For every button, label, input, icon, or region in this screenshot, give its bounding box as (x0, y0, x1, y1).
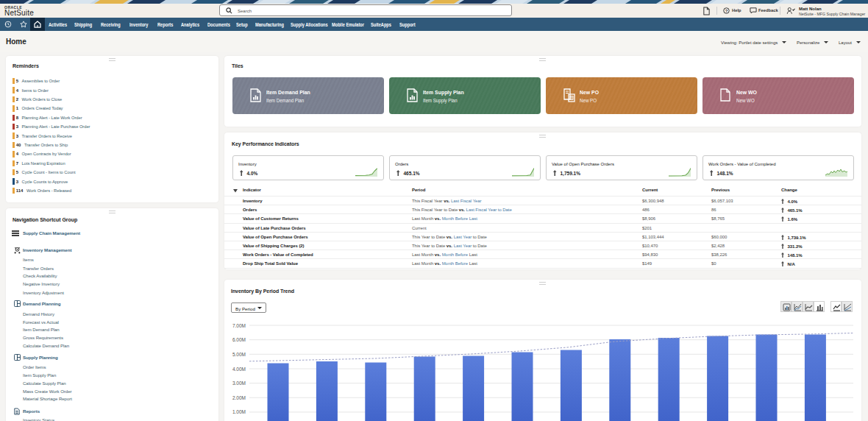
svg-text:?: ? (725, 9, 728, 13)
svg-text:4.00M: 4.00M (232, 367, 246, 372)
svg-text:5.00M: 5.00M (232, 352, 246, 357)
svg-text:1.00M: 1.00M (232, 409, 246, 414)
svg-text:2.00M: 2.00M (232, 395, 246, 400)
svg-text:6.00M: 6.00M (232, 337, 246, 342)
svg-text:7.00M: 7.00M (232, 323, 246, 328)
svg-text:3.00M: 3.00M (232, 381, 246, 386)
